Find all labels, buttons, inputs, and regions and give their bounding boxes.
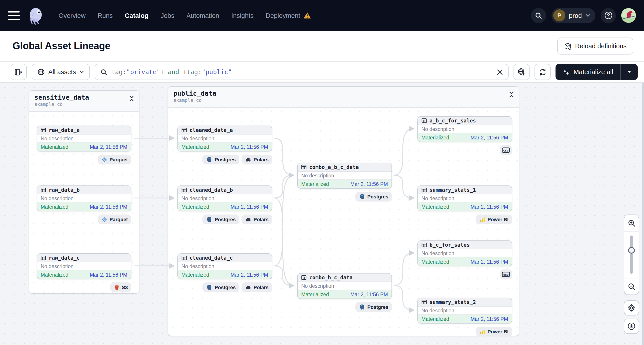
asset-scope-dropdown[interactable]: All assets [32,64,90,80]
asset-node-raw_data_a[interactable]: raw_data_a No description Materialized M… [37,126,132,152]
nav-item-label: Deployment [266,12,300,19]
search-icon [535,12,542,19]
zoom-in-button[interactable] [624,215,639,232]
asset-node-a_b_c_for_sales[interactable]: a_b_c_for_sales No description Materiali… [418,116,512,142]
user-avatar[interactable] [621,8,636,23]
asset-description: No description [37,262,131,270]
nav-item-insights[interactable]: Insights [231,12,254,19]
kind-badge-label: Postgres [367,304,388,310]
top-nav-bar: OverviewRunsCatalogJobsAutomationInsight… [0,0,644,31]
vertical-scrollbar[interactable] [642,83,644,345]
table-icon [301,164,306,170]
nav-item-overview[interactable]: Overview [58,12,86,19]
edge-combo_b_c_data-to-b_c_for_sales [394,253,414,286]
kind-badge-power-bi[interactable]: Power BI [476,214,512,224]
dagster-logo[interactable] [26,6,45,25]
asset-description: No description [418,194,512,202]
materialization-timestamp[interactable]: Mar 2, 11:56 PM [470,259,508,264]
asset-node-combo_a_b_c_data[interactable]: combo_a_b_c_data No description Material… [297,163,392,188]
chevron-down-icon [586,14,590,17]
kind-badge-postgres[interactable]: Postgres [203,282,239,292]
kind-badge-postgres[interactable]: Postgres [203,154,239,164]
graph-settings-button[interactable] [624,300,639,316]
materialize-options-button[interactable] [621,64,638,80]
kind-badge-polars[interactable]: Polars [242,154,272,164]
nav-item-deployment[interactable]: Deployment [266,12,311,19]
materialization-timestamp[interactable]: Mar 2, 11:56 PM [470,135,508,140]
materialization-timestamp[interactable]: Mar 2, 11:56 PM [90,204,127,209]
parquet-icon [102,216,107,222]
edge-cleaned_data_c-to-combo_a_b_c_data [274,175,294,266]
nav-item-catalog[interactable]: Catalog [125,12,148,19]
polars-icon [246,157,252,162]
kind-badge-parquet[interactable]: Parquet [98,154,132,164]
asset-kind-badges: Parquet [37,214,132,224]
nav-item-jobs[interactable]: Jobs [161,12,174,19]
zoom-slider[interactable] [624,232,639,278]
materialization-timestamp[interactable]: Mar 2, 11:56 PM [90,272,127,277]
edge-cleaned_data_b-to-combo_b_c_data [274,198,294,286]
menu-icon[interactable] [8,11,20,20]
kind-badge-power-bi[interactable]: Power BI [476,327,512,336]
asset-node-raw_data_b[interactable]: raw_data_b No description Materialized M… [37,186,132,212]
materialization-timestamp[interactable]: Mar 2, 11:56 PM [470,204,508,209]
download-image-button[interactable] [624,319,639,334]
zoom-slider-thumb[interactable] [628,247,635,254]
asset-node-summary_stats_2[interactable]: summary_stats_2 No description Materiali… [418,298,512,324]
refresh-graph-button[interactable] [535,64,551,80]
new-catalog-view-button[interactable] [514,64,530,80]
kind-badge-polars[interactable]: Polars [242,282,272,292]
kind-badge-csv[interactable]: csv [500,270,512,279]
nav-item-automation[interactable]: Automation [186,12,219,19]
asset-node-combo_b_c_data[interactable]: combo_b_c_data No description Materializ… [297,273,392,299]
edge-cleaned_data_a-to-combo_a_b_c_data [274,138,294,175]
asset-node-cleaned_data_a[interactable]: cleaned_data_a No description Materializ… [178,126,272,152]
globe-icon [38,68,45,76]
materialization-timestamp[interactable]: Mar 2, 11:56 PM [470,316,508,322]
asset-description: No description [178,194,272,202]
materialization-timestamp[interactable]: Mar 2, 11:56 PM [350,181,388,186]
kind-badge-label: Power BI [488,329,508,334]
materialization-timestamp[interactable]: Mar 2, 11:56 PM [230,204,268,209]
postgres-icon [206,284,212,290]
materialization-timestamp[interactable]: Mar 2, 11:56 PM [230,144,268,150]
open-asset-panel-button[interactable] [11,64,27,80]
kind-badge-csv[interactable]: csv [500,145,512,155]
status-badge: Materialized [422,259,449,264]
kind-badge-label: Postgres [215,285,236,290]
asset-node-b_c_for_sales[interactable]: b_c_for_sales No description Materialize… [418,240,512,266]
nav-item-label: Overview [58,12,86,19]
help-button[interactable] [601,8,616,23]
kind-badge-postgres[interactable]: Postgres [355,302,392,312]
reload-definitions-button[interactable]: Reload definitions [557,38,633,54]
kind-badge-postgres[interactable]: Postgres [203,214,239,224]
global-search-button[interactable] [531,8,546,23]
materialize-all-button[interactable]: Materialize all [556,64,620,80]
kind-badge-postgres[interactable]: Postgres [355,192,392,202]
kind-badge-parquet[interactable]: Parquet [98,214,132,224]
asset-query-input[interactable]: tag:"private"+ and +tag:"public" [95,64,509,80]
asset-node-raw_data_c[interactable]: raw_data_c No description Materialized M… [37,254,132,279]
deployment-switcher[interactable]: P prod [552,8,595,23]
status-badge: Materialized [301,181,329,186]
asset-status-row: Materialized Mar 2, 11:56 PM [418,258,512,266]
materialization-timestamp[interactable]: Mar 2, 11:56 PM [230,272,268,277]
materialization-timestamp[interactable]: Mar 2, 11:56 PM [90,144,127,150]
clear-query-button[interactable] [497,69,503,75]
nav-item-runs[interactable]: Runs [98,12,113,19]
polars-icon [246,284,252,290]
asset-name: cleaned_data_a [190,127,233,133]
warning-icon [304,12,311,19]
sparkles-icon [563,68,570,75]
asset-node-cleaned_data_b[interactable]: cleaned_data_b No description Materializ… [178,186,272,212]
kind-badge-polars[interactable]: Polars [242,214,272,224]
query-segment: + [183,68,186,76]
asset-node-summary_stats_1[interactable]: summary_stats_1 No description Materiali… [418,186,512,212]
materialization-timestamp[interactable]: Mar 2, 11:56 PM [350,292,388,297]
lineage-canvas[interactable]: sensitive_data example_co public_data ex… [0,83,644,345]
kind-badge-s3[interactable]: S3 [110,282,132,292]
asset-node-cleaned_data_c[interactable]: cleaned_data_c No description Materializ… [178,254,272,279]
asset-description: No description [37,194,131,202]
chevron-down-icon [80,70,84,73]
zoom-out-button[interactable] [624,278,639,294]
